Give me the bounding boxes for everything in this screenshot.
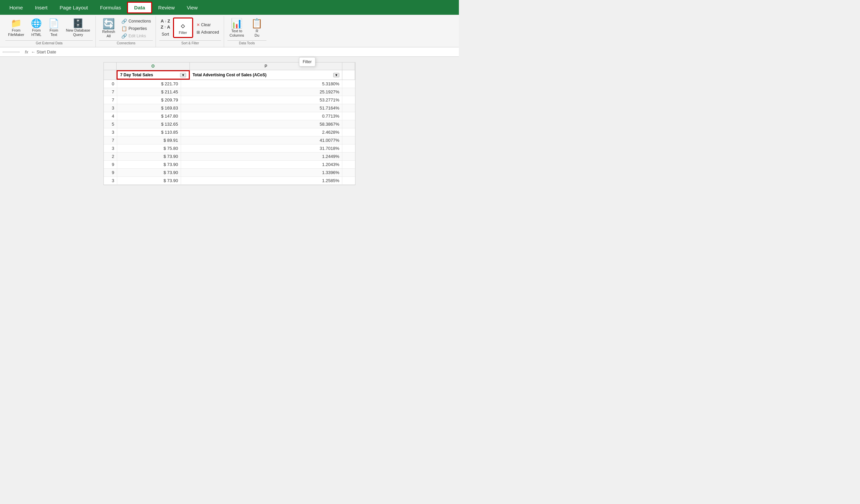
ribbon-data-tools-buttons: 📊 Text toColumns 📋 RDu [227,17,267,39]
table-row: 3 $ 75.80 31.7018% [104,144,355,153]
table-row: 3 $ 110.85 2.4628% [104,128,355,136]
column-header-row: O P [104,62,355,70]
text-to-columns-button[interactable]: 📊 Text toColumns [227,17,246,39]
row-num-col-header [104,62,117,70]
cell-acos: 51.7164% [181,104,342,112]
connections-group-label: Connections [99,40,153,46]
sort-za-button[interactable]: Z ↑ A [159,24,171,30]
table-row: 3 $ 73.90 1.2585% [104,177,355,185]
cell-row-num: 3 [104,128,117,136]
cell-sales: $ 73.90 [117,153,181,160]
menu-insert[interactable]: Insert [29,3,54,12]
edit-links-icon: 🔗 [121,33,127,39]
filemaker-icon: 📁 [11,19,22,28]
table-row: 7 $ 89.91 41.0077% [104,136,355,144]
cell-row-num: 5 [104,120,117,128]
fx-label: fx [25,49,28,55]
filter-button[interactable]: ⬦ Filter [175,19,191,36]
properties-button[interactable]: 📋 Properties [119,25,153,32]
data-header-row: 7 Day Total Sales ▼ Total Advertising Co… [104,70,355,80]
menu-home[interactable]: Home [3,3,29,12]
ribbon-connections-buttons: 🔄 RefreshAll 🔗 Connections 📋 Properties … [99,17,153,40]
cell-sales: $ 73.90 [117,177,181,185]
cell-sales: $ 132.65 [117,120,181,128]
menu-formulas[interactable]: Formulas [94,3,127,12]
menu-review[interactable]: Review [152,3,181,12]
sort-button[interactable]: Sort [160,31,171,37]
cell-row-num: 2 [104,153,117,160]
sort-za-a: A [167,25,170,30]
cell-row-num: 3 [104,177,117,185]
cell-acos: 41.0077% [181,136,342,144]
cell-acos: 1.2585% [181,177,342,185]
text-to-cols-icon: 📊 [231,19,243,28]
filter-tooltip: Filter [299,57,315,67]
table-row: 7 $ 209.79 53.2771% [104,96,355,104]
connections-button[interactable]: 🔗 Connections [119,18,153,25]
menu-data[interactable]: Data [127,2,152,13]
from-filemaker-button[interactable]: 📁 FromFileMaker [5,17,27,38]
from-text-button[interactable]: 📄 FromText [46,17,62,38]
cell-sales: $ 110.85 [117,128,181,136]
cell-acos: 2.4628% [181,128,342,136]
col-p-data-header: Total Advertising Cost of Sales (ACoS) ▼ [190,70,342,80]
new-database-query-button[interactable]: 🗄️ New DatabaseQuery [63,17,93,38]
edit-links-button[interactable]: 🔗 Edit Links [119,33,153,39]
table-row: 9 $ 73.90 1.2043% [104,161,355,169]
cell-sales: $ 209.79 [117,96,181,104]
col-p-header-text: Total Advertising Cost of Sales (ACoS) [192,73,267,77]
table-row: 9 $ 73.90 1.3396% [104,169,355,177]
col-o-data-header: 7 Day Total Sales ▼ [117,70,190,80]
cell-row-num: 4 [104,112,117,120]
advanced-icon: ⊞ [197,30,200,34]
spreadsheet: O P 7 Day Total Sales ▼ Total Advertisin… [103,62,355,185]
remove-dupes-label: RDu [255,29,259,38]
text-to-cols-label: Text toColumns [229,29,244,38]
cell-sales: $ 73.90 [117,169,181,176]
col-o-header: O [117,62,190,70]
cell-acos: 1.3396% [181,169,342,176]
cell-row-num: 7 [104,136,117,144]
table-row: 7 $ 211.45 25.1927% [104,88,355,96]
cell-acos: 58.3867% [181,120,342,128]
from-html-button[interactable]: 🌐 FromHTML [28,17,44,38]
ribbon-group-connections: 🔄 RefreshAll 🔗 Connections 📋 Properties … [97,16,156,47]
cell-row-num: 7 [104,88,117,96]
cell-acos: 53.2771% [181,96,342,104]
col-p-filter-arrow[interactable]: ▼ [333,73,339,77]
sort-filter-group-label: Sort & Filter [159,40,221,46]
menu-bar: Home Insert Page Layout Formulas Data Re… [0,0,459,15]
cell-row-num: 9 [104,169,117,176]
refresh-all-label: RefreshAll [102,30,115,38]
cell-acos: 0.7713% [181,112,342,120]
advanced-button[interactable]: ⊞ Advanced [195,29,221,35]
menu-view[interactable]: View [181,3,204,12]
html-icon: 🌐 [31,19,42,28]
remove-duplicates-button[interactable]: 📋 RDu [247,17,267,39]
refresh-all-button[interactable]: 🔄 RefreshAll [99,17,118,40]
db-icon: 🗄️ [73,19,83,28]
cell-row-num: 0 [104,80,117,88]
properties-icon: 📋 [121,26,127,31]
connections-label: Connections [128,19,151,24]
menu-page-layout[interactable]: Page Layout [54,3,94,12]
table-row: 4 $ 147.80 0.7713% [104,112,355,120]
col-o-filter-arrow[interactable]: ▼ [180,73,186,77]
cell-sales: $ 75.80 [117,144,181,152]
from-filemaker-label: FromFileMaker [8,28,24,37]
sort-az-button[interactable]: A ↓ Z [159,18,171,24]
clear-label: Clear [201,23,211,27]
cell-sales: $ 73.90 [117,161,181,168]
connections-icon: 🔗 [121,18,127,24]
from-text-label: FromText [49,28,58,37]
cell-row-num: 9 [104,161,117,168]
ribbon-external-buttons: 📁 FromFileMaker 🌐 FromHTML 📄 FromText 🗄️… [5,17,93,38]
filter-label: Filter [179,31,187,35]
properties-label: Properties [128,26,147,31]
clear-button[interactable]: ✕ Clear [195,22,221,28]
clear-x-icon: ✕ [197,23,200,27]
col-extra-data-header [342,70,355,80]
col-extra-header [342,62,355,70]
connections-small-group: 🔗 Connections 📋 Properties 🔗 Edit Links [119,18,153,39]
cell-acos: 1.2043% [181,161,342,168]
